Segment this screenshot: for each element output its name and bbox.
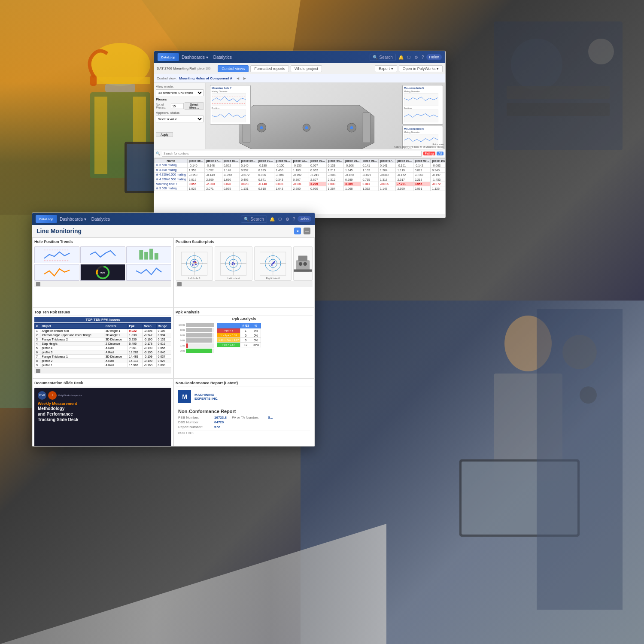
search-button[interactable]: 🔍 Search: [370, 54, 396, 61]
cell-value: 0.006: [257, 173, 274, 177]
open-polyworks-btn[interactable]: Open in PolyWorks ▾: [399, 65, 443, 72]
tab-formatted-reports[interactable]: Formatted reports: [250, 65, 289, 72]
play-icon[interactable]: [36, 282, 40, 286]
cell-name: ⊕ 4.350±0.500 mating: [155, 177, 188, 182]
ppk-cell-num: 1: [35, 329, 40, 333]
lm-bell-btn[interactable]: 🔔: [270, 217, 275, 222]
cell-value: 1.460: [274, 168, 292, 173]
svg-point-18: [588, 39, 614, 64]
th-p87: piece 87...: [205, 159, 222, 163]
cell-value: 0.920: [309, 186, 326, 191]
nav-dashboards[interactable]: Dashboards ▾: [182, 55, 208, 60]
ppk-cell-ppk: 5.405: [128, 342, 142, 346]
trend-chart-2: [81, 247, 125, 263]
ncr-pata-label: PA or TA Number:: [232, 416, 266, 419]
cell-value: 0.139: [326, 163, 343, 168]
main-titlebar: DataLoop Dashboards ▾ Datalytics 🔍 Searc…: [154, 51, 445, 63]
cell-value: 2.980: [292, 186, 309, 191]
th-name: Name: [155, 159, 188, 163]
spc-title-5: Mounting hole 5: [404, 87, 441, 89]
share2-btn[interactable]: ⬡: [407, 55, 411, 60]
ppk-table-row: 4Step HeightZ Distance5.405-0.1780.016: [35, 342, 171, 346]
cell-value: -0.069: [274, 173, 292, 177]
spc-chart-7a: [212, 93, 246, 106]
export-btn[interactable]: Export ▾: [375, 65, 397, 72]
lm-nav-dashboards[interactable]: Dashboards ▾: [60, 217, 86, 222]
lm-search-button[interactable]: 🔍 Search: [241, 216, 267, 223]
lm-help-btn[interactable]: ?: [293, 217, 295, 222]
table-row: Mounting hole 70.055-2.3000.0780.028-0.1…: [155, 182, 446, 186]
svg-point-26: [350, 126, 353, 129]
ppk-sum-th-count: # /13: [240, 323, 251, 328]
lm-header: Line Monitoring ★ —: [32, 225, 315, 237]
bar-track-94: [186, 338, 214, 343]
ppk-cell-num: 2: [35, 333, 40, 337]
vm-select[interactable]: 3D scene with SPC trends: [156, 89, 204, 96]
ppk-sum-row-1: Ppk < 1 1 8%: [217, 328, 261, 333]
fail-filter-btn[interactable]: Failing: [423, 152, 436, 155]
ppk-table-row: 8profile 2A Rad15.112-0.1990.027: [35, 359, 171, 363]
apply-btn[interactable]: Apply: [156, 132, 173, 137]
ppk-count-2: 0: [240, 333, 251, 338]
lm-toolbar-actions: 🔔 ⬡ ⚙ ?: [270, 217, 295, 222]
table-search-input[interactable]: [162, 151, 422, 157]
scatter-play-icon[interactable]: [177, 282, 182, 286]
piece-count-input[interactable]: [171, 103, 184, 109]
select-filters-btn[interactable]: Select filters...: [185, 102, 204, 110]
bar-fill-100: [186, 323, 214, 327]
ppk-analysis-body: 100% 98% 96%: [176, 323, 313, 378]
ppk-cell-num: 9: [35, 363, 40, 368]
ppk-pct-4: 92%: [251, 343, 261, 347]
all-filter-btn[interactable]: All: [437, 152, 444, 155]
ppk-cell-range: 0.046: [156, 350, 171, 355]
cell-value: -0.190: [257, 163, 274, 168]
lm-settings-icon[interactable]: —: [304, 228, 310, 234]
data-table-area: Name piece 86... piece 87... piece 88...…: [154, 158, 445, 214]
doc-orange-text: Weekly Measurement: [38, 401, 168, 406]
settings-btn[interactable]: ⚙: [414, 55, 418, 60]
scatterplots-title: Position Scatterplots: [176, 240, 313, 245]
tab-control-views[interactable]: Control views: [218, 65, 249, 72]
share-btn[interactable]: 🔔: [398, 55, 404, 60]
svg-text:92%: 92%: [100, 271, 105, 274]
tab-whole-project[interactable]: Whole project: [291, 65, 322, 72]
cell-value: 2.807: [309, 177, 326, 182]
lm-search-icon: 🔍: [244, 217, 249, 222]
ppk-cell-mean: -0.105: [143, 350, 157, 355]
lm-settings-btn[interactable]: ⚙: [286, 217, 289, 222]
cell-value: 0.343: [274, 177, 292, 182]
ppk-cell-ppk: 13.282: [128, 350, 142, 355]
ppk-play-icon[interactable]: [36, 369, 40, 373]
cell-value: -0.241: [309, 173, 326, 177]
lm-nav: Dashboards ▾ Datalytics: [60, 217, 110, 222]
th-p95: piece 95...: [344, 159, 361, 163]
doc-logos: PW I PolyWorks Inspector: [38, 391, 168, 400]
approval-select[interactable]: Select a value...: [156, 115, 204, 122]
svg-rect-38: [155, 253, 158, 260]
help-btn[interactable]: ?: [422, 55, 424, 60]
search-icon-table: 🔍: [156, 152, 160, 155]
ppk-cell-mean: -0.199: [143, 359, 157, 363]
ncr-company-name: MACHININGEXPERTS INC.: [194, 393, 219, 401]
ppk-cell-num: 3: [35, 337, 40, 342]
ppk-cell-mean: -0.178: [143, 342, 157, 346]
lm-star-icon[interactable]: ★: [294, 228, 301, 234]
app-logo: DataLoop: [158, 53, 179, 61]
ppk-header-row: # Object Control Ppk Mean Range: [35, 324, 171, 329]
cell-value: 1.318: [378, 177, 395, 182]
cell-value: 0.062: [222, 163, 239, 168]
lm-nav-datalytics[interactable]: Datalytics: [91, 217, 110, 222]
nav-arrow-right[interactable]: ▶: [243, 76, 246, 80]
nav-arrow-left[interactable]: ◀: [237, 76, 239, 80]
th-p89: piece 89...: [240, 159, 257, 163]
svg-point-58: [232, 262, 234, 264]
spc-subtitle-6: Mating Diameter: [404, 131, 441, 134]
ppk-range-1: Ppk < 1: [217, 328, 240, 333]
lm-share-btn[interactable]: ⬡: [278, 217, 282, 222]
svg-point-69: [273, 262, 274, 264]
ppk-range-4: Ppk > 1.67: [217, 343, 240, 347]
ppk-cell-obj: profile 1: [40, 363, 104, 368]
ncr-dbs-label: DBS Number:: [178, 420, 213, 424]
ppk-table-wrapper: # Object Control Ppk Mean Range 1Angle o…: [34, 323, 171, 368]
nav-datalytics[interactable]: Datalytics: [213, 55, 232, 60]
